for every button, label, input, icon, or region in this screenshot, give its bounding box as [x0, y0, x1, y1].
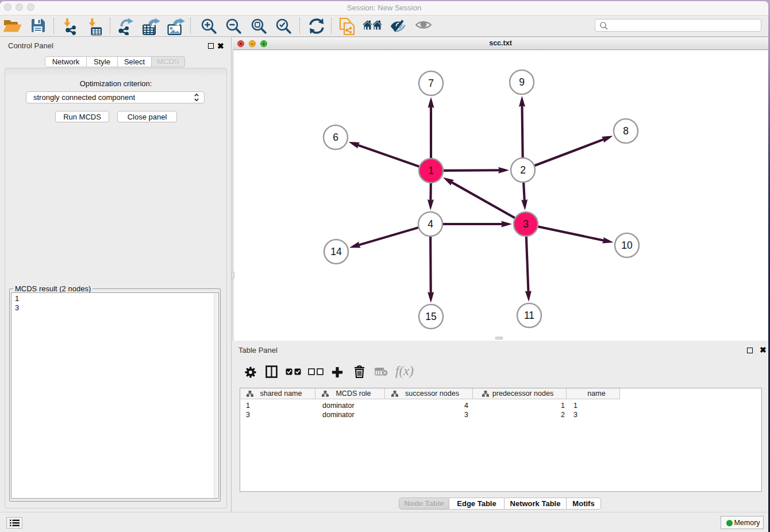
svg-text:2: 2 [520, 164, 526, 176]
svg-text:9: 9 [519, 76, 525, 88]
svg-text:10: 10 [621, 240, 633, 251]
svg-text:3: 3 [523, 218, 529, 230]
svg-text:7: 7 [428, 78, 434, 89]
svg-text:1: 1 [428, 165, 434, 176]
svg-text:6: 6 [333, 132, 338, 143]
svg-text:14: 14 [330, 246, 342, 257]
svg-text:11: 11 [524, 310, 534, 321]
svg-text:4: 4 [428, 218, 433, 230]
svg-text:15: 15 [425, 311, 436, 322]
svg-text:8: 8 [623, 125, 629, 137]
